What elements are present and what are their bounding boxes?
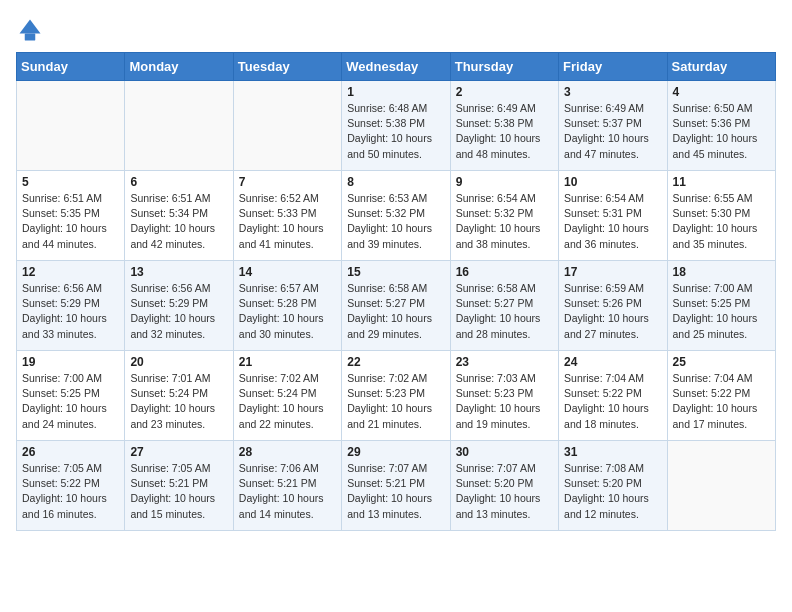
calendar-cell: 25Sunrise: 7:04 AMSunset: 5:22 PMDayligh… — [667, 351, 775, 441]
calendar-cell: 4Sunrise: 6:50 AMSunset: 5:36 PMDaylight… — [667, 81, 775, 171]
day-info: Sunrise: 6:57 AMSunset: 5:28 PMDaylight:… — [239, 281, 336, 342]
day-info: Sunrise: 7:07 AMSunset: 5:20 PMDaylight:… — [456, 461, 553, 522]
day-info: Sunrise: 7:03 AMSunset: 5:23 PMDaylight:… — [456, 371, 553, 432]
calendar-cell: 10Sunrise: 6:54 AMSunset: 5:31 PMDayligh… — [559, 171, 667, 261]
day-number: 20 — [130, 355, 227, 369]
calendar-header-thursday: Thursday — [450, 53, 558, 81]
calendar-cell: 13Sunrise: 6:56 AMSunset: 5:29 PMDayligh… — [125, 261, 233, 351]
day-number: 7 — [239, 175, 336, 189]
day-number: 21 — [239, 355, 336, 369]
day-info: Sunrise: 6:55 AMSunset: 5:30 PMDaylight:… — [673, 191, 770, 252]
calendar-cell — [233, 81, 341, 171]
svg-rect-1 — [25, 34, 36, 41]
calendar-cell: 1Sunrise: 6:48 AMSunset: 5:38 PMDaylight… — [342, 81, 450, 171]
calendar-cell: 15Sunrise: 6:58 AMSunset: 5:27 PMDayligh… — [342, 261, 450, 351]
day-number: 14 — [239, 265, 336, 279]
calendar-cell: 29Sunrise: 7:07 AMSunset: 5:21 PMDayligh… — [342, 441, 450, 531]
calendar-cell — [17, 81, 125, 171]
calendar-header-row: SundayMondayTuesdayWednesdayThursdayFrid… — [17, 53, 776, 81]
day-number: 8 — [347, 175, 444, 189]
logo — [16, 16, 48, 44]
calendar-week-5: 26Sunrise: 7:05 AMSunset: 5:22 PMDayligh… — [17, 441, 776, 531]
calendar-cell: 21Sunrise: 7:02 AMSunset: 5:24 PMDayligh… — [233, 351, 341, 441]
calendar-cell: 26Sunrise: 7:05 AMSunset: 5:22 PMDayligh… — [17, 441, 125, 531]
calendar-cell: 12Sunrise: 6:56 AMSunset: 5:29 PMDayligh… — [17, 261, 125, 351]
calendar-cell: 16Sunrise: 6:58 AMSunset: 5:27 PMDayligh… — [450, 261, 558, 351]
day-info: Sunrise: 6:54 AMSunset: 5:31 PMDaylight:… — [564, 191, 661, 252]
day-number: 3 — [564, 85, 661, 99]
calendar-cell: 30Sunrise: 7:07 AMSunset: 5:20 PMDayligh… — [450, 441, 558, 531]
day-info: Sunrise: 6:58 AMSunset: 5:27 PMDaylight:… — [456, 281, 553, 342]
day-info: Sunrise: 7:06 AMSunset: 5:21 PMDaylight:… — [239, 461, 336, 522]
day-number: 12 — [22, 265, 119, 279]
day-number: 19 — [22, 355, 119, 369]
day-number: 1 — [347, 85, 444, 99]
calendar-cell — [125, 81, 233, 171]
day-number: 25 — [673, 355, 770, 369]
svg-marker-0 — [20, 20, 41, 34]
calendar-header-saturday: Saturday — [667, 53, 775, 81]
day-info: Sunrise: 7:08 AMSunset: 5:20 PMDaylight:… — [564, 461, 661, 522]
calendar-cell: 8Sunrise: 6:53 AMSunset: 5:32 PMDaylight… — [342, 171, 450, 261]
calendar-cell: 19Sunrise: 7:00 AMSunset: 5:25 PMDayligh… — [17, 351, 125, 441]
calendar-cell: 6Sunrise: 6:51 AMSunset: 5:34 PMDaylight… — [125, 171, 233, 261]
calendar-cell: 24Sunrise: 7:04 AMSunset: 5:22 PMDayligh… — [559, 351, 667, 441]
day-info: Sunrise: 6:50 AMSunset: 5:36 PMDaylight:… — [673, 101, 770, 162]
calendar-cell: 23Sunrise: 7:03 AMSunset: 5:23 PMDayligh… — [450, 351, 558, 441]
day-number: 10 — [564, 175, 661, 189]
calendar-cell: 7Sunrise: 6:52 AMSunset: 5:33 PMDaylight… — [233, 171, 341, 261]
day-number: 4 — [673, 85, 770, 99]
day-info: Sunrise: 7:05 AMSunset: 5:22 PMDaylight:… — [22, 461, 119, 522]
day-number: 16 — [456, 265, 553, 279]
day-number: 24 — [564, 355, 661, 369]
calendar-cell — [667, 441, 775, 531]
day-info: Sunrise: 7:04 AMSunset: 5:22 PMDaylight:… — [564, 371, 661, 432]
day-number: 6 — [130, 175, 227, 189]
day-info: Sunrise: 7:02 AMSunset: 5:23 PMDaylight:… — [347, 371, 444, 432]
day-info: Sunrise: 7:00 AMSunset: 5:25 PMDaylight:… — [22, 371, 119, 432]
day-number: 23 — [456, 355, 553, 369]
calendar-cell: 11Sunrise: 6:55 AMSunset: 5:30 PMDayligh… — [667, 171, 775, 261]
day-number: 26 — [22, 445, 119, 459]
calendar-cell: 22Sunrise: 7:02 AMSunset: 5:23 PMDayligh… — [342, 351, 450, 441]
day-info: Sunrise: 6:56 AMSunset: 5:29 PMDaylight:… — [130, 281, 227, 342]
day-info: Sunrise: 7:02 AMSunset: 5:24 PMDaylight:… — [239, 371, 336, 432]
page-header — [16, 16, 776, 44]
day-number: 18 — [673, 265, 770, 279]
day-number: 2 — [456, 85, 553, 99]
day-number: 15 — [347, 265, 444, 279]
calendar-cell: 14Sunrise: 6:57 AMSunset: 5:28 PMDayligh… — [233, 261, 341, 351]
day-info: Sunrise: 6:58 AMSunset: 5:27 PMDaylight:… — [347, 281, 444, 342]
calendar-header-monday: Monday — [125, 53, 233, 81]
day-info: Sunrise: 6:54 AMSunset: 5:32 PMDaylight:… — [456, 191, 553, 252]
day-info: Sunrise: 6:49 AMSunset: 5:37 PMDaylight:… — [564, 101, 661, 162]
calendar-cell: 20Sunrise: 7:01 AMSunset: 5:24 PMDayligh… — [125, 351, 233, 441]
calendar-week-3: 12Sunrise: 6:56 AMSunset: 5:29 PMDayligh… — [17, 261, 776, 351]
day-number: 9 — [456, 175, 553, 189]
day-number: 11 — [673, 175, 770, 189]
logo-icon — [16, 16, 44, 44]
calendar-header-tuesday: Tuesday — [233, 53, 341, 81]
day-info: Sunrise: 7:01 AMSunset: 5:24 PMDaylight:… — [130, 371, 227, 432]
day-number: 22 — [347, 355, 444, 369]
calendar-cell: 2Sunrise: 6:49 AMSunset: 5:38 PMDaylight… — [450, 81, 558, 171]
day-number: 31 — [564, 445, 661, 459]
calendar-cell: 18Sunrise: 7:00 AMSunset: 5:25 PMDayligh… — [667, 261, 775, 351]
day-info: Sunrise: 6:56 AMSunset: 5:29 PMDaylight:… — [22, 281, 119, 342]
day-info: Sunrise: 6:48 AMSunset: 5:38 PMDaylight:… — [347, 101, 444, 162]
day-number: 5 — [22, 175, 119, 189]
day-info: Sunrise: 6:49 AMSunset: 5:38 PMDaylight:… — [456, 101, 553, 162]
day-info: Sunrise: 6:52 AMSunset: 5:33 PMDaylight:… — [239, 191, 336, 252]
calendar-week-4: 19Sunrise: 7:00 AMSunset: 5:25 PMDayligh… — [17, 351, 776, 441]
calendar-table: SundayMondayTuesdayWednesdayThursdayFrid… — [16, 52, 776, 531]
calendar-cell: 17Sunrise: 6:59 AMSunset: 5:26 PMDayligh… — [559, 261, 667, 351]
calendar-cell: 27Sunrise: 7:05 AMSunset: 5:21 PMDayligh… — [125, 441, 233, 531]
day-number: 28 — [239, 445, 336, 459]
calendar-cell: 31Sunrise: 7:08 AMSunset: 5:20 PMDayligh… — [559, 441, 667, 531]
calendar-cell: 9Sunrise: 6:54 AMSunset: 5:32 PMDaylight… — [450, 171, 558, 261]
day-info: Sunrise: 7:05 AMSunset: 5:21 PMDaylight:… — [130, 461, 227, 522]
day-info: Sunrise: 7:07 AMSunset: 5:21 PMDaylight:… — [347, 461, 444, 522]
calendar-cell: 3Sunrise: 6:49 AMSunset: 5:37 PMDaylight… — [559, 81, 667, 171]
day-info: Sunrise: 6:51 AMSunset: 5:34 PMDaylight:… — [130, 191, 227, 252]
day-info: Sunrise: 7:04 AMSunset: 5:22 PMDaylight:… — [673, 371, 770, 432]
